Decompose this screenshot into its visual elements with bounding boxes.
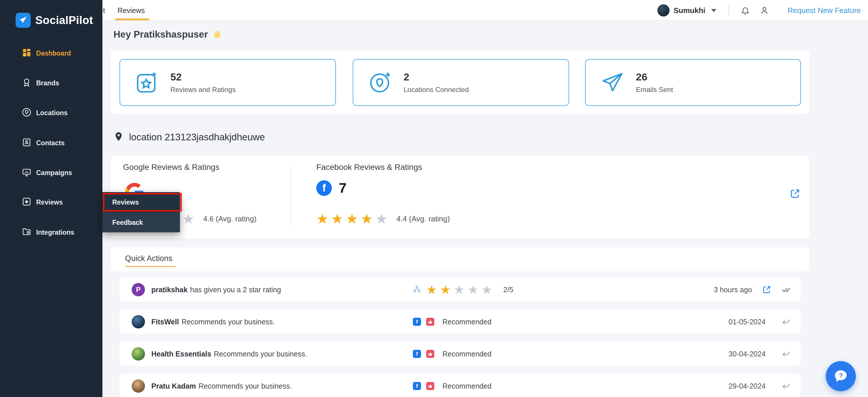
avatar: P [132,283,145,296]
card-vertical-divider [290,166,291,227]
star-icon: ★ [316,211,329,226]
flyout-item-feedback[interactable]: Feedback [102,212,180,233]
stat-label: Reviews and Ratings [170,86,236,94]
sidebar-item-reviews[interactable]: Reviews [0,188,102,217]
reply-icon[interactable] [781,381,791,391]
user-menu[interactable]: Sumukhi [657,0,716,21]
star-icon: ★ [375,211,388,226]
star-icon: ★ [346,211,358,226]
app-root: SocialPilot Dashboard Brands Locations C… [0,0,868,397]
mark-done-double-check-icon[interactable] [781,285,791,294]
sidebar: SocialPilot Dashboard Brands Locations C… [0,0,102,397]
star-icon: ★ [182,211,194,226]
dashboard-icon [22,48,32,59]
chat-bubble-icon: ? [833,368,848,384]
tab-reviews[interactable]: Reviews [118,0,145,21]
platform-network-icon [413,285,421,294]
sidebar-item-contacts[interactable]: Contacts [0,128,102,157]
reply-icon[interactable] [781,349,791,359]
review-message: has given you a 2 star rating [190,285,281,294]
user-avatar [657,4,670,17]
recommend-thumb-icon [426,318,434,326]
location-header: location 213123jasdhakjdheuwe [114,131,265,144]
stat-label: Emails Sent [636,86,673,94]
stat-label: Locations Connected [404,86,469,94]
logo[interactable]: SocialPilot [16,13,93,28]
greeting: Hey Pratikshaspuser [114,29,222,40]
quick-actions-title: Quick Actions [125,254,173,263]
emails-sent-icon [600,70,625,95]
sidebar-item-label: Contacts [36,139,64,147]
external-link-icon[interactable] [789,188,801,199]
reviews-flyout-menu: Reviews Feedback [102,192,180,232]
facebook-logo-icon: f [316,180,332,196]
locations-icon [22,108,32,118]
sidebar-item-integrations[interactable]: Integrations [0,218,102,247]
sidebar-item-campaigns[interactable]: Campaigns [0,158,102,187]
sidebar-item-label: Locations [36,109,68,117]
facebook-badge-icon: f [413,318,421,326]
review-row-rating[interactable]: P pratikshakhas given you a 2 star ratin… [120,277,801,302]
review-message: Recommends your business. [181,318,275,326]
help-chat-button[interactable]: ? [826,361,856,391]
row-actions: 01-05-2024 [728,310,791,334]
review-row-recommend[interactable]: Health EssentialsRecommends your busines… [120,342,801,366]
profile-person-icon[interactable] [760,6,769,15]
recommend-thumb-icon [426,350,434,358]
review-row-recommend[interactable]: FitsWellRecommends your business. f Reco… [120,310,801,334]
recommend-cluster: f Recommended [413,310,492,334]
review-row-recommend[interactable]: Pratu KadamRecommends your business. f R… [120,374,801,397]
recommend-thumb-icon [426,382,434,390]
review-message: Recommends your business. [214,350,307,358]
reviewer-name: FitsWell [151,318,179,326]
review-text: Health EssentialsRecommends your busines… [151,342,307,366]
rating-score: 2/5 [503,285,513,294]
google-avg-rating: 4.6 (Avg. rating) [203,214,257,223]
star-icon: ★ [440,283,451,297]
sidebar-item-dashboard[interactable]: Dashboard [0,39,102,68]
stat-emails-sent[interactable]: 26 Emails Sent [585,59,801,106]
row-star-rating: ★★★★★ [426,283,495,297]
stat-reviews-ratings[interactable]: 52 Reviews and Ratings [120,59,336,106]
facebook-star-rating: ★★★★★ [316,211,390,227]
recommend-status: Recommended [442,350,492,358]
google-ratings-title: Google Reviews & Ratings [123,163,219,172]
reviews-icon [22,197,32,208]
sidebar-item-locations[interactable]: Locations [0,98,102,127]
row-actions: 29-04-2024 [728,374,791,397]
flyout-item-reviews[interactable]: Reviews [102,192,180,212]
stat-value: 52 [170,71,236,83]
stat-locations-connected[interactable]: 2 Locations Connected [353,59,569,106]
reply-icon[interactable] [781,317,791,327]
integrations-icon [22,227,32,238]
tab-active-underline [115,19,149,20]
stat-value: 26 [636,71,673,83]
topbar-divider [728,5,729,16]
avatar [132,315,145,329]
review-date: 30-04-2024 [728,350,766,358]
open-external-icon[interactable] [762,285,771,294]
map-pin-icon [114,131,124,143]
review-time: 3 hours ago [714,285,752,294]
review-message: Recommends your business. [198,382,292,390]
greeting-text: Hey Pratikshaspuser [114,29,208,40]
notifications-bell-icon[interactable] [741,6,750,15]
location-title: location 213123jasdhakjdheuwe [129,132,265,143]
sidebar-item-brands[interactable]: Brands [0,68,102,97]
facebook-stars-row: ★★★★★ 4.4 (Avg. rating) [316,211,450,227]
review-text: Pratu KadamRecommends your business. [151,374,292,397]
review-date: 29-04-2024 [728,382,766,390]
sidebar-item-label: Reviews [36,198,63,206]
star-icon: ★ [454,283,465,297]
facebook-ratings-title: Facebook Reviews & Ratings [316,163,422,172]
facebook-count-row: f 7 [316,180,347,196]
facebook-review-count: 7 [339,180,347,196]
star-icon: ★ [361,211,373,226]
request-new-feature-link[interactable]: Request New Feature [787,0,861,21]
stat-value: 2 [404,71,469,83]
facebook-avg-rating: 4.4 (Avg. rating) [396,214,450,223]
quick-actions-underline [125,266,176,267]
recommend-cluster: f Recommended [413,342,492,366]
sidebar-item-label: Brands [36,79,59,87]
row-actions: 30-04-2024 [728,342,791,366]
